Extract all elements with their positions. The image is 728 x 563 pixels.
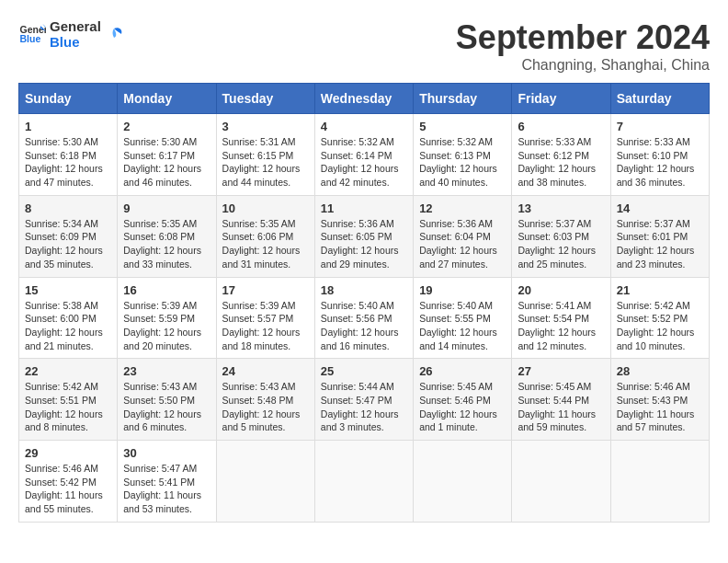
calendar-week-4: 22Sunrise: 5:42 AMSunset: 5:51 PMDayligh…	[19, 359, 710, 441]
calendar-cell-5: 5Sunrise: 5:32 AMSunset: 6:13 PMDaylight…	[414, 114, 512, 196]
day-number: 19	[419, 283, 506, 297]
day-number: 4	[321, 120, 407, 133]
day-info: Sunrise: 5:43 AMSunset: 5:48 PMDaylight:…	[222, 380, 309, 434]
calendar-cell-10: 10Sunrise: 5:35 AMSunset: 6:06 PMDayligh…	[216, 195, 314, 277]
calendar-cell-24: 24Sunrise: 5:43 AMSunset: 5:48 PMDayligh…	[216, 359, 314, 441]
day-info: Sunrise: 5:36 AMSunset: 6:04 PMDaylight:…	[419, 217, 506, 271]
day-info: Sunrise: 5:34 AMSunset: 6:09 PMDaylight:…	[25, 217, 111, 271]
day-info: Sunrise: 5:38 AMSunset: 6:00 PMDaylight:…	[25, 299, 111, 353]
calendar-cell-17: 17Sunrise: 5:39 AMSunset: 5:57 PMDayligh…	[216, 277, 314, 359]
calendar-header-monday: Monday	[118, 84, 216, 114]
calendar-cell-26: 26Sunrise: 5:45 AMSunset: 5:46 PMDayligh…	[414, 359, 512, 441]
day-number: 28	[617, 364, 703, 378]
header: General Blue General Blue September 2024…	[18, 18, 710, 74]
logo-blue: Blue	[50, 34, 101, 50]
calendar-cell-29: 29Sunrise: 5:46 AMSunset: 5:42 PMDayligh…	[19, 441, 118, 523]
day-info: Sunrise: 5:47 AMSunset: 5:41 PMDaylight:…	[123, 462, 210, 516]
calendar-cell-28: 28Sunrise: 5:46 AMSunset: 5:43 PMDayligh…	[610, 359, 709, 441]
day-info: Sunrise: 5:40 AMSunset: 5:55 PMDaylight:…	[419, 299, 506, 353]
day-info: Sunrise: 5:43 AMSunset: 5:50 PMDaylight:…	[123, 380, 210, 434]
day-info: Sunrise: 5:32 AMSunset: 6:13 PMDaylight:…	[419, 135, 506, 190]
calendar-cell-15: 15Sunrise: 5:38 AMSunset: 6:00 PMDayligh…	[19, 277, 118, 359]
day-info: Sunrise: 5:39 AMSunset: 5:57 PMDaylight:…	[222, 299, 309, 353]
calendar-week-2: 8Sunrise: 5:34 AMSunset: 6:09 PMDaylight…	[19, 195, 710, 277]
day-info: Sunrise: 5:33 AMSunset: 6:12 PMDaylight:…	[518, 135, 604, 190]
location-subtitle: Changning, Shanghai, China	[456, 57, 710, 74]
calendar-cell-11: 11Sunrise: 5:36 AMSunset: 6:05 PMDayligh…	[314, 195, 413, 277]
day-number: 7	[617, 120, 703, 133]
calendar-header-wednesday: Wednesday	[314, 84, 413, 114]
day-number: 29	[25, 446, 111, 460]
day-info: Sunrise: 5:37 AMSunset: 6:01 PMDaylight:…	[617, 217, 703, 271]
calendar-cell-18: 18Sunrise: 5:40 AMSunset: 5:56 PMDayligh…	[314, 277, 413, 359]
day-number: 5	[419, 120, 506, 133]
day-number: 22	[25, 364, 111, 378]
calendar-cell-6: 6Sunrise: 5:33 AMSunset: 6:12 PMDaylight…	[512, 114, 610, 196]
day-number: 8	[25, 201, 111, 215]
calendar-week-5: 29Sunrise: 5:46 AMSunset: 5:42 PMDayligh…	[19, 441, 710, 523]
empty-cell	[610, 441, 709, 523]
calendar-header-saturday: Saturday	[610, 84, 709, 114]
calendar-table: SundayMondayTuesdayWednesdayThursdayFrid…	[18, 83, 710, 523]
day-info: Sunrise: 5:45 AMSunset: 5:46 PMDaylight:…	[419, 380, 506, 434]
empty-cell	[216, 441, 314, 523]
calendar-cell-12: 12Sunrise: 5:36 AMSunset: 6:04 PMDayligh…	[414, 195, 512, 277]
logo-bird-icon	[105, 25, 123, 43]
day-info: Sunrise: 5:42 AMSunset: 5:52 PMDaylight:…	[617, 299, 703, 353]
day-number: 6	[518, 120, 604, 133]
empty-cell	[414, 441, 512, 523]
title-section: September 2024 Changning, Shanghai, Chin…	[456, 18, 710, 74]
day-number: 14	[617, 201, 703, 215]
calendar-cell-1: 1Sunrise: 5:30 AMSunset: 6:18 PMDaylight…	[19, 114, 118, 196]
day-info: Sunrise: 5:42 AMSunset: 5:51 PMDaylight:…	[25, 380, 111, 434]
day-number: 1	[25, 120, 111, 133]
calendar-cell-4: 4Sunrise: 5:32 AMSunset: 6:14 PMDaylight…	[314, 114, 413, 196]
day-number: 15	[25, 283, 111, 297]
day-info: Sunrise: 5:36 AMSunset: 6:05 PMDaylight:…	[321, 217, 407, 271]
day-info: Sunrise: 5:46 AMSunset: 5:43 PMDaylight:…	[617, 380, 703, 434]
day-info: Sunrise: 5:30 AMSunset: 6:18 PMDaylight:…	[25, 135, 111, 190]
calendar-header-row: SundayMondayTuesdayWednesdayThursdayFrid…	[19, 84, 710, 114]
calendar-cell-23: 23Sunrise: 5:43 AMSunset: 5:50 PMDayligh…	[118, 359, 216, 441]
calendar-cell-16: 16Sunrise: 5:39 AMSunset: 5:59 PMDayligh…	[118, 277, 216, 359]
day-number: 3	[222, 120, 309, 133]
day-number: 20	[518, 283, 604, 297]
logo-icon: General Blue	[18, 20, 46, 48]
calendar-cell-22: 22Sunrise: 5:42 AMSunset: 5:51 PMDayligh…	[19, 359, 118, 441]
day-number: 11	[321, 201, 407, 215]
day-number: 17	[222, 283, 309, 297]
logo: General Blue General Blue	[18, 18, 123, 50]
day-number: 16	[123, 283, 210, 297]
day-info: Sunrise: 5:45 AMSunset: 5:44 PMDaylight:…	[518, 380, 604, 434]
day-info: Sunrise: 5:30 AMSunset: 6:17 PMDaylight:…	[123, 135, 210, 190]
calendar-cell-13: 13Sunrise: 5:37 AMSunset: 6:03 PMDayligh…	[512, 195, 610, 277]
empty-cell	[512, 441, 610, 523]
empty-cell	[314, 441, 413, 523]
calendar-cell-25: 25Sunrise: 5:44 AMSunset: 5:47 PMDayligh…	[314, 359, 413, 441]
calendar-cell-7: 7Sunrise: 5:33 AMSunset: 6:10 PMDaylight…	[610, 114, 709, 196]
calendar-cell-9: 9Sunrise: 5:35 AMSunset: 6:08 PMDaylight…	[118, 195, 216, 277]
day-info: Sunrise: 5:35 AMSunset: 6:06 PMDaylight:…	[222, 217, 309, 271]
calendar-cell-20: 20Sunrise: 5:41 AMSunset: 5:54 PMDayligh…	[512, 277, 610, 359]
day-info: Sunrise: 5:35 AMSunset: 6:08 PMDaylight:…	[123, 217, 210, 271]
calendar-week-1: 1Sunrise: 5:30 AMSunset: 6:18 PMDaylight…	[19, 114, 710, 196]
calendar-cell-19: 19Sunrise: 5:40 AMSunset: 5:55 PMDayligh…	[414, 277, 512, 359]
day-number: 25	[321, 364, 407, 378]
day-info: Sunrise: 5:44 AMSunset: 5:47 PMDaylight:…	[321, 380, 407, 434]
calendar-cell-8: 8Sunrise: 5:34 AMSunset: 6:09 PMDaylight…	[19, 195, 118, 277]
day-number: 26	[419, 364, 506, 378]
calendar-header-sunday: Sunday	[19, 84, 118, 114]
calendar-cell-30: 30Sunrise: 5:47 AMSunset: 5:41 PMDayligh…	[118, 441, 216, 523]
day-info: Sunrise: 5:40 AMSunset: 5:56 PMDaylight:…	[321, 299, 407, 353]
day-info: Sunrise: 5:33 AMSunset: 6:10 PMDaylight:…	[617, 135, 703, 190]
calendar-cell-21: 21Sunrise: 5:42 AMSunset: 5:52 PMDayligh…	[610, 277, 709, 359]
day-info: Sunrise: 5:31 AMSunset: 6:15 PMDaylight:…	[222, 135, 309, 190]
calendar-header-tuesday: Tuesday	[216, 84, 314, 114]
day-number: 12	[419, 201, 506, 215]
day-number: 9	[123, 201, 210, 215]
svg-text:Blue: Blue	[20, 33, 41, 44]
calendar-week-3: 15Sunrise: 5:38 AMSunset: 6:00 PMDayligh…	[19, 277, 710, 359]
day-number: 24	[222, 364, 309, 378]
day-info: Sunrise: 5:39 AMSunset: 5:59 PMDaylight:…	[123, 299, 210, 353]
day-number: 2	[123, 120, 210, 133]
